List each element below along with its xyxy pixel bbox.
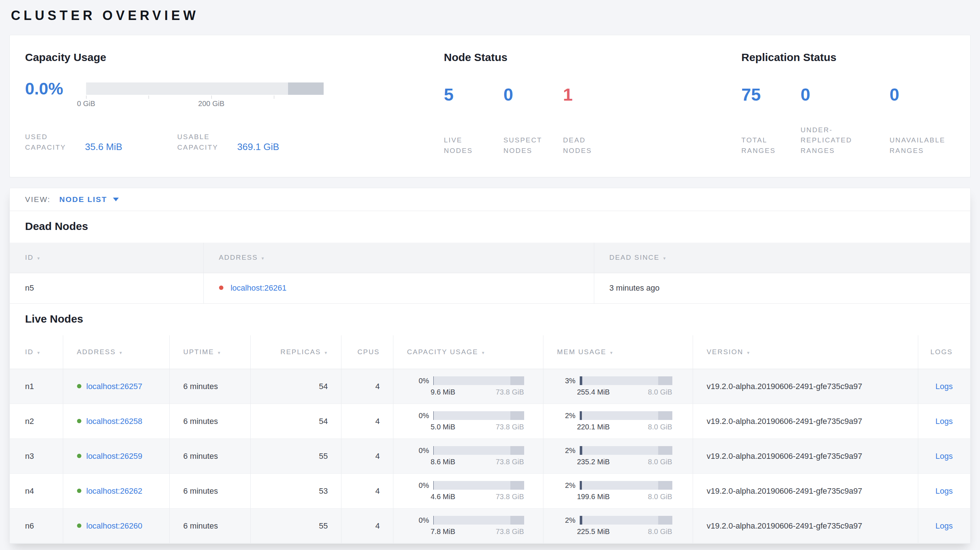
axis-tick [86, 95, 86, 99]
column-header-capacity-usage[interactable]: CAPACITY USAGE▼ [393, 335, 543, 369]
column-header-version[interactable]: VERSION▼ [693, 335, 918, 369]
node-replicas: 53 [250, 474, 341, 509]
node-address-link[interactable]: localhost:26259 [86, 451, 142, 461]
live-nodes-count: 5 [444, 86, 503, 103]
sort-icon: ▼ [119, 351, 123, 355]
node-cpus: 4 [341, 369, 393, 404]
capacity-bar [433, 481, 524, 490]
node-uptime: 6 minutes [169, 369, 250, 404]
table-row: n1 localhost:26257 6 minutes 54 4 0% 9.6… [10, 369, 970, 404]
mem-bar [580, 481, 672, 490]
suspect-nodes-count: 0 [503, 86, 563, 103]
node-uptime: 6 minutes [169, 474, 250, 509]
node-uptime: 6 minutes [169, 509, 250, 544]
view-selected-value: NODE LIST [59, 195, 107, 204]
live-status-dot [77, 419, 81, 423]
node-cpus: 4 [341, 439, 393, 474]
node-address-link[interactable]: localhost:26262 [86, 486, 142, 496]
column-header-mem-usage[interactable]: MEM USAGE▼ [543, 335, 693, 369]
column-header-id[interactable]: ID▼ [10, 335, 63, 369]
node-id: n1 [10, 369, 63, 404]
capacity-used: 8.6 MiB [431, 458, 455, 466]
node-version: v19.2.0-alpha.20190606-2491-gfe735c9a97 [693, 509, 918, 544]
mem-used: 199.6 MiB [577, 493, 610, 501]
dead-nodes-label: DEAD NODES [563, 135, 609, 156]
node-uptime: 6 minutes [169, 439, 250, 474]
sort-icon: ▼ [36, 351, 40, 355]
mem-percent: 3% [565, 377, 580, 385]
capacity-total: 73.8 GiB [496, 458, 524, 466]
node-address-link[interactable]: localhost:26258 [86, 416, 142, 426]
capacity-used: 5.0 MiB [431, 423, 455, 431]
node-mem-usage: 2% 235.2 MiB 8.0 GiB [543, 439, 693, 474]
axis-label-200: 200 GiB [198, 100, 224, 108]
page-title: CLUSTER OVERVIEW [10, 8, 970, 23]
node-version: v19.2.0-alpha.20190606-2491-gfe735c9a97 [693, 439, 918, 474]
axis-tick [212, 95, 212, 99]
usable-capacity-label: USABLE CAPACITY [177, 132, 237, 153]
node-version: v19.2.0-alpha.20190606-2491-gfe735c9a97 [693, 474, 918, 509]
node-address-link[interactable]: localhost:26261 [231, 283, 286, 292]
node-id: n4 [10, 474, 63, 509]
dead-since-value: 3 minutes ago [594, 273, 970, 303]
table-row: n3 localhost:26259 6 minutes 55 4 0% 8.6… [10, 439, 970, 474]
node-id: n6 [10, 509, 63, 544]
sort-icon: ▼ [746, 351, 750, 355]
live-status-dot [77, 523, 81, 528]
axis-tick [274, 95, 274, 99]
node-mem-usage: 2% 220.1 MiB 8.0 GiB [543, 404, 693, 439]
node-list-panel: VIEW: NODE LIST Dead Nodes ID▼ ADDRESS▼ … [10, 188, 970, 544]
dead-nodes-table: ID▼ ADDRESS▼ DEAD SINCE▼ n5 localhost:26… [10, 243, 970, 304]
node-address-link[interactable]: localhost:26257 [86, 382, 142, 391]
live-status-dot [77, 384, 81, 388]
mem-percent: 2% [565, 412, 580, 420]
view-selector[interactable]: NODE LIST [59, 195, 119, 204]
logs-link[interactable]: Logs [935, 416, 953, 426]
capacity-total: 73.8 GiB [496, 493, 524, 501]
mem-bar [580, 376, 672, 385]
view-bar: VIEW: NODE LIST [10, 188, 970, 211]
view-label: VIEW: [25, 195, 51, 204]
sort-icon: ▼ [261, 256, 265, 261]
column-header-address[interactable]: ADDRESS▼ [63, 335, 169, 369]
node-address-link[interactable]: localhost:26260 [86, 521, 142, 530]
chevron-down-icon [113, 198, 119, 201]
mem-used: 235.2 MiB [577, 458, 610, 466]
capacity-percent-value: 0.0% [25, 83, 86, 95]
table-row: n2 localhost:26258 6 minutes 54 4 0% 5.0… [10, 404, 970, 439]
sort-icon: ▼ [663, 256, 667, 261]
table-row: n6 localhost:26260 6 minutes 55 4 0% 7.8… [10, 509, 970, 544]
sort-icon: ▼ [36, 256, 40, 261]
logs-link[interactable]: Logs [935, 521, 953, 530]
suspect-nodes-label: SUSPECT NODES [503, 135, 550, 156]
capacity-usage-bar: 0 GiB 200 GiB [86, 83, 324, 109]
logs-link[interactable]: Logs [935, 382, 953, 391]
capacity-total: 73.8 GiB [496, 528, 524, 536]
column-header-id[interactable]: ID▼ [10, 243, 204, 273]
capacity-total: 73.8 GiB [496, 388, 524, 396]
node-capacity-usage: 0% 8.6 MiB 73.8 GiB [393, 439, 543, 474]
node-version: v19.2.0-alpha.20190606-2491-gfe735c9a97 [693, 404, 918, 439]
capacity-total: 73.8 GiB [496, 423, 524, 431]
capacity-bar-cap [288, 83, 324, 95]
capacity-axis: 0 GiB 200 GiB [86, 95, 324, 109]
live-table-header-row: ID▼ ADDRESS▼ UPTIME▼ REPLICAS▼ CPUS CAPA… [10, 335, 970, 369]
mem-total: 8.0 GiB [648, 458, 672, 466]
dead-nodes-count: 1 [563, 86, 622, 103]
logs-link[interactable]: Logs [935, 486, 953, 496]
suspect-nodes-stat: 0 SUSPECT NODES [503, 86, 563, 156]
unavailable-ranges-stat: 0 UNAVAILABLE RANGES [889, 86, 962, 156]
capacity-used: 4.6 MiB [431, 493, 455, 501]
table-row: n4 localhost:26262 6 minutes 53 4 0% 4.6… [10, 474, 970, 509]
capacity-bar [433, 411, 524, 420]
logs-link[interactable]: Logs [935, 451, 953, 461]
node-status-title: Node Status [444, 51, 740, 64]
node-uptime: 6 minutes [169, 404, 250, 439]
node-cpus: 4 [341, 509, 393, 544]
used-capacity-stat: USED CAPACITY 35.6 MiB [25, 132, 177, 153]
column-header-replicas[interactable]: REPLICAS▼ [250, 335, 341, 369]
column-header-uptime[interactable]: UPTIME▼ [169, 335, 250, 369]
column-header-address[interactable]: ADDRESS▼ [204, 243, 594, 273]
column-header-dead-since[interactable]: DEAD SINCE▼ [594, 243, 970, 273]
capacity-used: 9.6 MiB [431, 388, 455, 396]
